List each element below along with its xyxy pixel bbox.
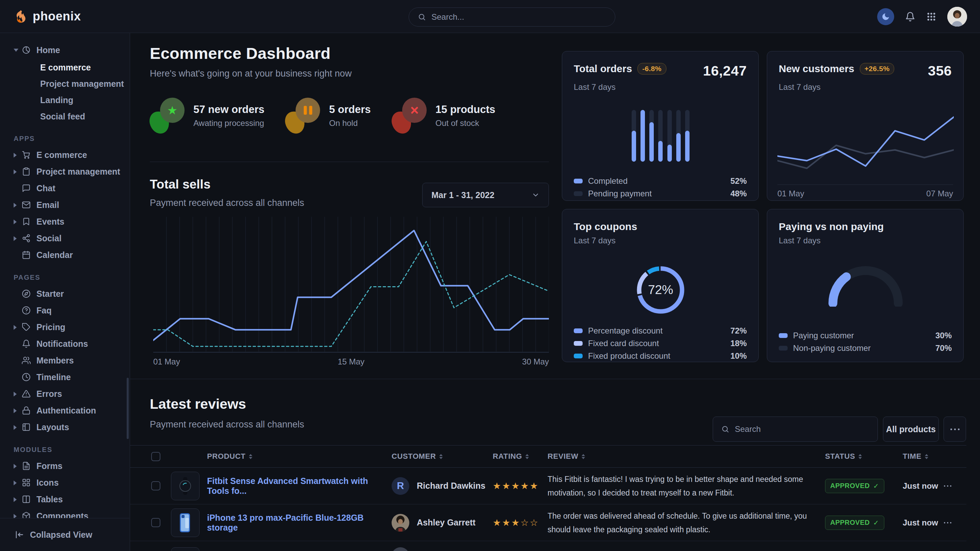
card-subtitle: Last 7 days bbox=[574, 83, 747, 92]
total-sells-chart bbox=[153, 217, 549, 353]
review-time: Just now bbox=[903, 481, 938, 491]
sidebar-item-authentication[interactable]: Authentication bbox=[0, 402, 130, 419]
column-header-status[interactable]: STATUS bbox=[825, 452, 903, 461]
column-header-rating[interactable]: RATING bbox=[493, 452, 547, 461]
date-range-select[interactable]: Mar 1 - 31, 2022 bbox=[422, 183, 549, 207]
search-icon bbox=[721, 425, 729, 433]
sidebar-item-chat[interactable]: Chat bbox=[0, 180, 130, 197]
bookmark-icon bbox=[22, 217, 31, 226]
sidebar-item-forms[interactable]: Forms bbox=[0, 458, 130, 475]
global-search-input[interactable] bbox=[431, 12, 606, 22]
row-checkbox[interactable] bbox=[151, 481, 161, 491]
column-header-product[interactable]: PRODUCT bbox=[207, 452, 391, 461]
stat-badge-icon: ★ bbox=[150, 97, 185, 135]
page-title: Ecommerce Dashboard bbox=[150, 44, 331, 63]
card-subtitle: Last 7 days bbox=[779, 83, 952, 92]
customer-name: Richard Dawkins bbox=[417, 481, 485, 491]
clock-icon bbox=[22, 373, 31, 382]
navbar-actions bbox=[877, 0, 967, 33]
notifications-button[interactable] bbox=[905, 11, 915, 22]
brand-logo[interactable]: phoenix bbox=[0, 9, 81, 24]
sidebar: HomeE commerceProject managementLandingS… bbox=[0, 33, 130, 551]
card-title: Top coupons bbox=[574, 221, 637, 232]
divider bbox=[150, 162, 549, 162]
x-tick: 01 May bbox=[777, 189, 804, 198]
row-menu-button[interactable] bbox=[944, 522, 959, 524]
select-all-checkbox[interactable] bbox=[151, 452, 161, 461]
bell-icon bbox=[22, 339, 31, 348]
product-image-phone[interactable] bbox=[171, 508, 200, 537]
sidebar-item-timeline[interactable]: Timeline bbox=[0, 369, 130, 386]
sidebar-item-members[interactable]: Members bbox=[0, 352, 130, 369]
sidebar-item-project-management[interactable]: Project management bbox=[0, 76, 130, 92]
sidebar-item-home[interactable]: Home bbox=[0, 42, 130, 59]
reviews-more-button[interactable] bbox=[943, 416, 966, 442]
sidebar-item-layouts[interactable]: Layouts bbox=[0, 419, 130, 436]
reviews-search-input[interactable] bbox=[735, 424, 869, 434]
sidebar-item-e-commerce[interactable]: E commerce bbox=[0, 147, 130, 164]
pie-icon bbox=[22, 46, 31, 55]
sidebar-item-tables[interactable]: Tables bbox=[0, 491, 130, 508]
column-header-time[interactable]: TIME bbox=[903, 452, 944, 461]
sidebar-item-calendar[interactable]: Calendar bbox=[0, 247, 130, 264]
sidebar-item-project-management[interactable]: Project management bbox=[0, 164, 130, 180]
product-image[interactable] bbox=[171, 547, 200, 551]
legend-item: Fixed card discount18% bbox=[574, 337, 747, 349]
sidebar-item-landing[interactable]: Landing bbox=[0, 92, 130, 108]
sidebar-item-starter[interactable]: Starter bbox=[0, 286, 130, 302]
paying-vs-nonpaying-card: Paying vs non paying Last 7 days Paying … bbox=[767, 209, 964, 362]
caret-right-icon bbox=[14, 392, 17, 397]
review-row-1: Fitbit Sense Advanced Smartwatch with To… bbox=[130, 468, 966, 504]
dark-mode-toggle[interactable] bbox=[877, 8, 894, 25]
reviews-search[interactable] bbox=[713, 416, 878, 442]
legend-swatch bbox=[574, 329, 582, 333]
caret-right-icon bbox=[14, 464, 17, 468]
card-title: New customers bbox=[779, 63, 854, 75]
row-checkbox[interactable] bbox=[151, 518, 161, 527]
card-title: Total orders bbox=[574, 63, 632, 75]
sidebar-item-icons[interactable]: Icons bbox=[0, 475, 130, 491]
sidebar-item-social[interactable]: Social bbox=[0, 230, 130, 247]
sidebar-item-e-commerce[interactable]: E commerce bbox=[0, 59, 130, 76]
sidebar-item-notifications[interactable]: Notifications bbox=[0, 335, 130, 352]
file-icon bbox=[22, 462, 31, 471]
total-sells-x-axis: 01 May 15 May 30 May bbox=[153, 357, 549, 369]
lock-icon bbox=[22, 406, 31, 415]
x-icon bbox=[410, 106, 419, 115]
product-link[interactable]: Fitbit Sense Advanced Smartwatch with To… bbox=[207, 476, 368, 495]
sidebar-scrollbar[interactable] bbox=[127, 378, 129, 439]
coupons-donut-chart: 72% bbox=[632, 261, 690, 319]
sidebar-item-pricing[interactable]: Pricing bbox=[0, 319, 130, 335]
user-avatar[interactable] bbox=[947, 7, 967, 27]
apps-grid-button[interactable] bbox=[926, 11, 936, 22]
all-products-button[interactable]: All products bbox=[883, 416, 939, 442]
collapse-sidebar-button[interactable]: Collapsed View bbox=[0, 518, 129, 551]
caret-right-icon bbox=[14, 408, 17, 413]
bar bbox=[641, 110, 645, 162]
sidebar-item-social-feed[interactable]: Social feed bbox=[0, 108, 130, 125]
column-header-customer[interactable]: CUSTOMER bbox=[391, 452, 493, 461]
trend-badge: -6.8% bbox=[638, 63, 666, 75]
legend-swatch bbox=[574, 191, 582, 196]
global-search[interactable] bbox=[409, 8, 615, 27]
product-image-smartwatch[interactable] bbox=[171, 472, 200, 500]
check-icon: ✓ bbox=[873, 519, 879, 527]
sidebar-item-events[interactable]: Events bbox=[0, 213, 130, 230]
star-icon: ★ bbox=[167, 105, 177, 116]
stat-title: 15 products bbox=[436, 103, 495, 116]
customer-cell[interactable]: R Richard Dawkins bbox=[391, 477, 493, 495]
sidebar-item-faq[interactable]: Faq bbox=[0, 302, 130, 319]
card-value: 16,247 bbox=[703, 63, 747, 79]
legend-item: Paying customer30% bbox=[779, 329, 952, 342]
customer-cell[interactable]: Ashley Garrett bbox=[391, 514, 493, 532]
sidebar-item-email[interactable]: Email bbox=[0, 197, 130, 213]
sidebar-item-errors[interactable]: Errors bbox=[0, 386, 130, 402]
row-menu-button[interactable] bbox=[944, 485, 959, 487]
nine-dots-grid-icon bbox=[926, 11, 936, 22]
bar bbox=[649, 110, 654, 162]
column-header-review[interactable]: REVIEW bbox=[547, 452, 825, 461]
stat-subtitle: Awating processing bbox=[193, 118, 264, 128]
collapse-label: Collapsed View bbox=[30, 530, 92, 540]
reviews-title: Latest reviews bbox=[150, 396, 246, 412]
product-link[interactable]: iPhone 13 pro max-Pacific Blue-128GB sto… bbox=[207, 513, 364, 532]
